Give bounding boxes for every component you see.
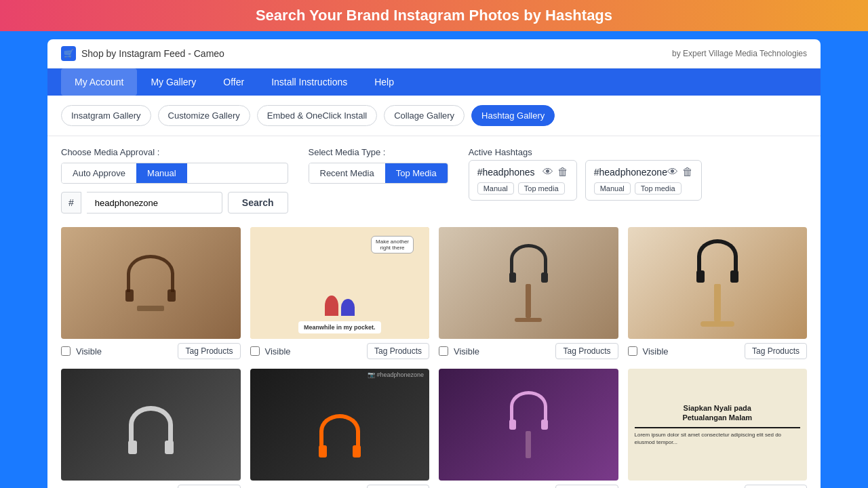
photo-controls-1: Visible Tag Products xyxy=(61,343,241,359)
tag-products-btn-7[interactable]: Tag Products xyxy=(555,485,618,488)
media-type-label: Select Media Type : xyxy=(309,147,448,157)
photo-img-2: Make anotherright there Meanwhile in my … xyxy=(250,227,430,339)
photo-controls-3: Visible Tag Products xyxy=(439,343,618,359)
hashtag-actions-1: 👁 🗑 xyxy=(542,166,568,178)
photo-inner-3 xyxy=(439,227,618,339)
media-type-group: Select Media Type : Recent Media Top Med… xyxy=(309,147,448,184)
logo-icon: 🛒 xyxy=(61,46,76,61)
nav-item-offer[interactable]: Offer xyxy=(210,68,258,96)
app-credit: by Expert Village Media Technologies xyxy=(672,49,807,58)
photo-controls-7: Visible Tag Products xyxy=(439,485,618,488)
tag-products-btn-5[interactable]: Tag Products xyxy=(178,485,240,488)
hashtag-card-headphones: #headphones 👁 🗑 Manual Top media xyxy=(469,160,577,201)
top-banner-text: Search Your Brand Instagram Photos by Ha… xyxy=(256,7,612,24)
nav-item-help[interactable]: Help xyxy=(361,68,408,96)
hashtag-tag-topmedia-2: Top media xyxy=(635,182,682,195)
visible-checkbox-4[interactable] xyxy=(628,346,637,356)
photo-inner-6: 📷 #headphonezone xyxy=(250,369,430,481)
search-input[interactable] xyxy=(87,192,222,214)
photo-inner-2: Make anotherright there Meanwhile in my … xyxy=(250,227,430,339)
subnav-hashtag-gallery[interactable]: Hashtag Gallery xyxy=(471,105,555,126)
visible-label-1: Visible xyxy=(76,346,172,357)
hashtag-tag-manual-2: Manual xyxy=(594,182,631,195)
tag-products-btn-3[interactable]: Tag Products xyxy=(555,343,618,359)
app-logo: 🛒 Shop by Instagram Feed - Cameo xyxy=(61,46,224,61)
view-hashtag-2-btn[interactable]: 👁 xyxy=(667,166,678,178)
delete-hashtag-1-btn[interactable]: 🗑 xyxy=(557,166,568,178)
media-approval-toggle: Auto Approve Manual xyxy=(61,163,288,184)
photo-img-3 xyxy=(439,227,618,339)
photo-inner-5 xyxy=(61,369,241,481)
tag-products-btn-6[interactable]: Tag Products xyxy=(367,485,429,488)
hashtag-name-2: #headphonezone xyxy=(594,167,667,178)
manual-btn[interactable]: Manual xyxy=(136,163,187,183)
tag-products-btn-2[interactable]: Tag Products xyxy=(367,343,429,359)
subnav-collage-gallery[interactable]: Collage Gallery xyxy=(384,105,465,126)
subnav-embed-oneclick[interactable]: Embed & OneClick Install xyxy=(257,105,377,126)
nav-item-my-gallery[interactable]: My Gallery xyxy=(137,68,210,96)
visible-label-3: Visible xyxy=(454,346,550,357)
hashtag-actions-2: 👁 🗑 xyxy=(667,166,693,178)
photo-item-7: Visible Tag Products xyxy=(439,369,618,488)
hashtag-tags-1: Manual Top media xyxy=(477,182,568,195)
photo-inner-4 xyxy=(628,227,808,339)
photo-controls-8: Visible Tag Products xyxy=(628,485,808,488)
active-hashtags-section: Active Hashtags #headphones 👁 🗑 Manua xyxy=(469,147,702,201)
main-container: 🛒 Shop by Instagram Feed - Cameo by Expe… xyxy=(47,39,821,488)
hashtag-name-1: #headphones xyxy=(477,167,535,178)
recent-media-btn[interactable]: Recent Media xyxy=(309,163,385,183)
visible-label-2: Visible xyxy=(265,346,361,357)
app-header: 🛒 Shop by Instagram Feed - Cameo by Expe… xyxy=(47,39,821,68)
top-media-btn[interactable]: Top Media xyxy=(385,163,448,183)
top-banner: Search Your Brand Instagram Photos by Ha… xyxy=(0,0,868,31)
photo-img-8: Siapkan Nyali padaPetualangan Malam Lore… xyxy=(628,369,808,481)
hashtag-tags-2: Manual Top media xyxy=(594,182,693,195)
photo-img-1 xyxy=(61,227,241,339)
subnav-instagram-gallery[interactable]: Insatgram Gallery xyxy=(61,105,151,126)
auto-approve-btn[interactable]: Auto Approve xyxy=(62,163,136,183)
photo-item-5: Visible Tag Products xyxy=(61,369,241,488)
hashtag-top-1: #headphones 👁 🗑 xyxy=(477,166,568,178)
hash-prefix: # xyxy=(61,192,81,214)
photo-inner-7 xyxy=(439,369,618,481)
hashtags-grid: #headphones 👁 🗑 Manual Top media xyxy=(469,160,702,201)
photo-controls-2: Visible Tag Products xyxy=(250,343,430,359)
photo-controls-4: Visible Tag Products xyxy=(628,343,808,359)
photo-item-2: Make anotherright there Meanwhile in my … xyxy=(250,227,430,359)
visible-checkbox-3[interactable] xyxy=(439,346,448,356)
tag-products-btn-4[interactable]: Tag Products xyxy=(745,343,807,359)
photo-img-5 xyxy=(61,369,241,481)
hashtag-tag-topmedia-1: Top media xyxy=(518,182,565,195)
visible-checkbox-1[interactable] xyxy=(61,346,71,356)
subnav-customize-gallery[interactable]: Customize Gallery xyxy=(158,105,250,126)
media-type-toggle: Recent Media Top Media xyxy=(309,163,448,184)
nav-item-install-instructions[interactable]: Install Instructions xyxy=(258,68,361,96)
photo-inner-1 xyxy=(61,227,241,339)
photo-inner-8: Siapkan Nyali padaPetualangan Malam Lore… xyxy=(628,369,808,481)
controls-row: Choose Media Approval : Auto Approve Man… xyxy=(61,147,807,214)
view-hashtag-1-btn[interactable]: 👁 xyxy=(542,166,553,178)
photo-grid: Visible Tag Products Make anotherright t… xyxy=(61,227,807,488)
visible-label-4: Visible xyxy=(643,346,739,357)
photo-img-6: 📷 #headphonezone xyxy=(250,369,430,481)
photo-img-7 xyxy=(439,369,618,481)
hashtag-top-2: #headphonezone 👁 🗑 xyxy=(594,166,693,178)
visible-checkbox-2[interactable] xyxy=(250,346,260,356)
tag-products-btn-1[interactable]: Tag Products xyxy=(178,343,240,359)
tag-products-btn-8[interactable]: Tag Products xyxy=(745,485,807,488)
photo-item-1: Visible Tag Products xyxy=(61,227,241,359)
app-name: Shop by Instagram Feed - Cameo xyxy=(81,48,224,59)
photo-controls-6: Visible Tag Products xyxy=(250,485,430,488)
photo-item-6: 📷 #headphonezone Visible Tag Products xyxy=(250,369,430,488)
hashtag-card-headphonezone: #headphonezone 👁 🗑 Manual Top media xyxy=(585,160,702,201)
photo-controls-5: Visible Tag Products xyxy=(61,485,241,488)
media-approval-group: Choose Media Approval : Auto Approve Man… xyxy=(61,147,288,214)
nav-item-my-account[interactable]: My Account xyxy=(61,68,137,96)
photo-item-8: Siapkan Nyali padaPetualangan Malam Lore… xyxy=(628,369,808,488)
content-area: Choose Media Approval : Auto Approve Man… xyxy=(47,136,821,488)
nav-bar: My Account My Gallery Offer Install Inst… xyxy=(47,68,821,96)
photo-img-4 xyxy=(628,227,808,339)
search-button[interactable]: Search xyxy=(228,192,288,214)
search-row: # Search xyxy=(61,192,288,214)
delete-hashtag-2-btn[interactable]: 🗑 xyxy=(682,166,693,178)
